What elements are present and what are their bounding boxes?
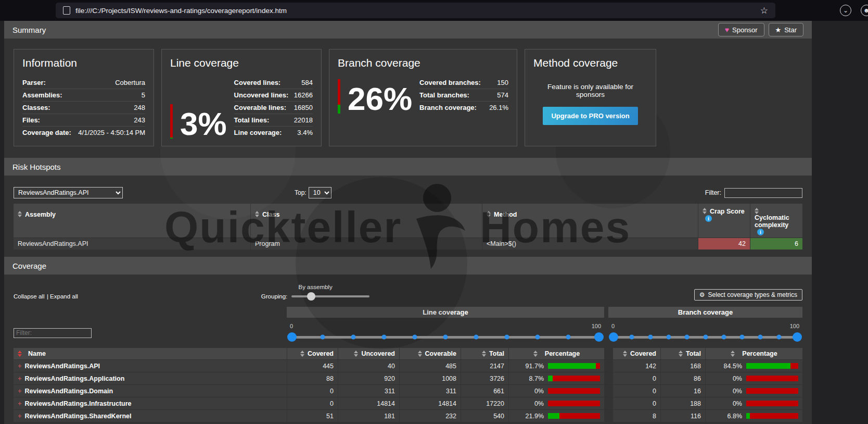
risk-col-method[interactable]: Method bbox=[482, 204, 698, 238]
summary-cards: Information Parser:CoberturaAssemblies:5… bbox=[4, 39, 812, 158]
expand-plus-icon[interactable]: + bbox=[18, 387, 22, 395]
coverage-col-name[interactable]: Name bbox=[14, 348, 287, 359]
stat-label: Total lines: bbox=[234, 116, 270, 124]
sponsor-feature-message: Feature is only available for sponsors bbox=[533, 83, 647, 98]
risk-method-cell: <Main>$() bbox=[482, 238, 698, 250]
expand-plus-icon[interactable]: + bbox=[18, 412, 22, 420]
branch-total-cell: 86 bbox=[660, 372, 705, 384]
expand-plus-icon[interactable]: + bbox=[18, 400, 22, 407]
coverage-filter-input[interactable] bbox=[14, 328, 92, 338]
line-percentage-value: 21.9% bbox=[526, 413, 544, 420]
summary-stat-row: Line coverage:3.4% bbox=[234, 126, 313, 139]
sort-icon bbox=[679, 351, 683, 357]
summary-section-header: Summary ♥ Sponsor ★ Star bbox=[4, 21, 812, 39]
coverage-col-percentage[interactable]: Percentage bbox=[508, 348, 604, 359]
address-bar[interactable]: file:///C:/Projects/ISW/reviews-and-rati… bbox=[56, 3, 775, 18]
grouping-slider-handle[interactable] bbox=[307, 292, 315, 301]
stat-value: 243 bbox=[134, 116, 145, 124]
risk-filter-input[interactable] bbox=[724, 188, 802, 198]
line-coverage-range-slider[interactable] bbox=[292, 330, 599, 344]
stat-label: Covered branches: bbox=[419, 79, 481, 86]
branch-coverage-group-header: Branch coverage bbox=[608, 307, 802, 318]
coverage-row[interactable]: +ReviewsAndRatings.Infrastructure0148141… bbox=[14, 397, 802, 409]
stat-value: 4/1/2025 - 4:50:14 PM bbox=[78, 129, 145, 136]
coverable-cell: 485 bbox=[399, 360, 461, 372]
stat-value: 574 bbox=[497, 91, 508, 99]
range-min-label: 0 bbox=[611, 323, 615, 329]
range-handle[interactable] bbox=[609, 332, 618, 342]
expand-plus-icon[interactable]: + bbox=[18, 362, 22, 370]
sponsor-button[interactable]: ♥ Sponsor bbox=[718, 23, 764, 36]
branch-percentage-value: 0% bbox=[733, 400, 742, 407]
sort-icon-active bbox=[18, 351, 22, 357]
range-handle[interactable] bbox=[594, 332, 604, 342]
information-card: Information Parser:CoberturaAssemblies:5… bbox=[14, 49, 154, 146]
method-coverage-card: Method coverage Feature is only availabl… bbox=[525, 49, 656, 146]
assembly-filter-select[interactable]: ReviewsAndRatings.API bbox=[14, 187, 123, 198]
summary-stat-row: Total lines:22018 bbox=[234, 114, 313, 126]
coverage-controls: Collapse all | Expand all By assembly Gr… bbox=[4, 275, 812, 307]
url-text[interactable]: file:///C:/Projects/ISW/reviews-and-rati… bbox=[75, 7, 760, 15]
branch-coverage-range-slider[interactable] bbox=[614, 330, 797, 344]
branch-coverage-card: Branch coverage 26% Covered branches:150… bbox=[329, 49, 517, 146]
pocket-icon[interactable]: ⌄ bbox=[840, 5, 851, 16]
coverage-col-coverable[interactable]: Coverable bbox=[399, 348, 461, 359]
bookmark-star-icon[interactable]: ☆ bbox=[760, 5, 768, 16]
branch-col-percentage[interactable]: Percentage bbox=[705, 348, 802, 359]
coverage-row[interactable]: +ReviewsAndRatings.Application8892010083… bbox=[14, 372, 802, 384]
range-tick bbox=[535, 335, 540, 340]
total-cell: 17220 bbox=[461, 397, 508, 409]
grouping-slider[interactable] bbox=[291, 292, 369, 301]
range-handle[interactable] bbox=[287, 332, 297, 342]
branch-col-total[interactable]: Total bbox=[660, 348, 705, 359]
summary-stat-row: Coverage date:4/1/2025 - 4:50:14 PM bbox=[22, 126, 145, 139]
risk-filter-label: Filter: bbox=[705, 189, 721, 196]
range-handle[interactable] bbox=[793, 332, 802, 342]
risk-col-cyclomatic[interactable]: Cyclomatic complexity i bbox=[750, 204, 802, 238]
range-tick bbox=[321, 335, 325, 340]
stat-label: Total branches: bbox=[419, 91, 469, 99]
collapse-all-link[interactable]: Collapse all bbox=[14, 293, 44, 300]
coverage-row-name-cell: +ReviewsAndRatings.Infrastructure bbox=[14, 397, 287, 409]
coverage-col-total[interactable]: Total bbox=[461, 348, 508, 359]
expand-plus-icon[interactable]: + bbox=[18, 375, 22, 382]
assembly-name: ReviewsAndRatings.Domain bbox=[25, 388, 113, 395]
range-tick bbox=[630, 335, 634, 340]
risk-col-assembly[interactable]: Assembly bbox=[14, 204, 250, 238]
branch-coverage-mini-bar bbox=[338, 79, 340, 114]
summary-stat-row: Files:243 bbox=[22, 114, 145, 126]
range-tick bbox=[758, 335, 763, 340]
branch-coverage-table: Covered branches:150Total branches:574Br… bbox=[419, 77, 508, 114]
expand-all-link[interactable]: Expand all bbox=[50, 293, 78, 300]
info-icon[interactable]: i bbox=[705, 215, 712, 222]
information-table: Parser:CoberturaAssemblies:5Classes:248F… bbox=[22, 77, 145, 139]
branch-percentage-cell: 6.8% bbox=[705, 410, 802, 422]
sort-icon bbox=[255, 211, 259, 217]
select-metrics-button[interactable]: ⚙ Select coverage types & metrics bbox=[694, 289, 802, 301]
star-button[interactable]: ★ Star bbox=[769, 23, 804, 36]
info-icon[interactable]: i bbox=[757, 229, 764, 235]
risk-col-crap-score[interactable]: Crap Score i bbox=[698, 204, 750, 238]
coverage-row[interactable]: +ReviewsAndRatings.API44540485214791.7%1… bbox=[14, 359, 802, 372]
percentage-bar bbox=[746, 413, 798, 419]
branch-total-cell: 188 bbox=[660, 397, 705, 409]
risk-col-class[interactable]: Class bbox=[250, 204, 482, 238]
account-icon[interactable]: ☻ bbox=[861, 5, 868, 16]
coverage-col-uncovered[interactable]: Uncovered bbox=[338, 348, 399, 359]
branch-percentage-cell: 0% bbox=[705, 397, 802, 409]
coverage-row[interactable]: +ReviewsAndRatings.SharedKernel511812325… bbox=[14, 409, 802, 422]
stat-label: Files: bbox=[22, 116, 40, 124]
percentage-bar bbox=[548, 413, 600, 419]
coverage-row-name-cell: +ReviewsAndRatings.API bbox=[14, 360, 287, 372]
covered-cell: 88 bbox=[287, 372, 338, 384]
uncovered-cell: 920 bbox=[338, 372, 399, 384]
upgrade-pro-button[interactable]: Upgrade to PRO version bbox=[543, 107, 637, 125]
stat-label: Uncovered lines: bbox=[234, 91, 289, 99]
top-count-select[interactable]: 10 bbox=[309, 187, 331, 198]
coverage-row[interactable]: +ReviewsAndRatings.Domain03113116610%016… bbox=[14, 384, 802, 397]
total-cell: 2147 bbox=[461, 360, 508, 372]
risk-hotspot-row[interactable]: ReviewsAndRatings.APIProgram<Main>$()426 bbox=[14, 238, 802, 250]
branch-coverage-card-title: Branch coverage bbox=[338, 57, 508, 69]
coverage-col-covered[interactable]: Covered bbox=[287, 348, 338, 359]
branch-col-covered[interactable]: Covered bbox=[612, 348, 660, 359]
